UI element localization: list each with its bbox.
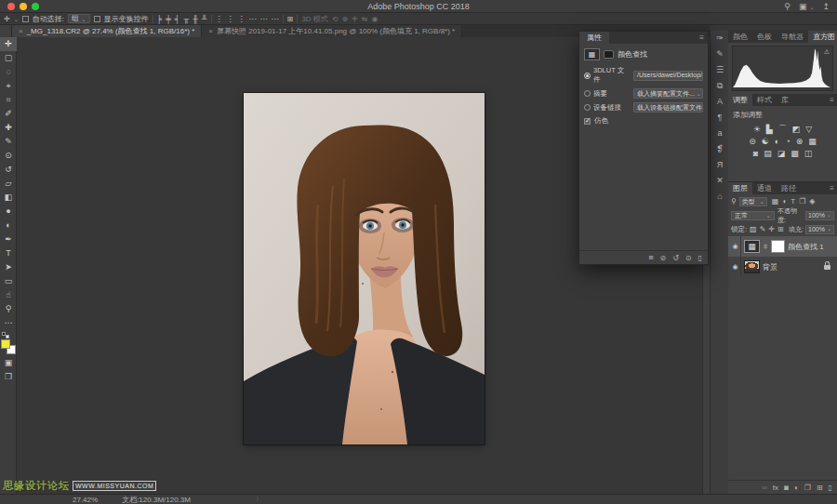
- layer-row-color-lookup[interactable]: ◉ ▦ ∞ 颜色查找 1: [728, 236, 837, 257]
- layer-name[interactable]: 颜色查找 1: [788, 242, 824, 252]
- tab-libraries[interactable]: 库: [777, 94, 793, 106]
- notes-icon[interactable]: ✕: [711, 173, 729, 189]
- 3d-slide-icon[interactable]: ⇆: [362, 15, 368, 23]
- cached-data-warning-icon[interactable]: ⚠: [824, 48, 830, 56]
- zoom-percentage-field[interactable]: 27.42%: [73, 496, 98, 504]
- lasso-tool[interactable]: ◌: [0, 65, 17, 79]
- layer-style-icon[interactable]: fx: [773, 484, 778, 492]
- move-tool[interactable]: ✛: [0, 37, 17, 51]
- adj-brightness-contrast-icon[interactable]: ☀: [753, 125, 761, 134]
- align-top-icon[interactable]: ╥: [184, 15, 190, 23]
- close-tab-icon[interactable]: ×: [208, 27, 213, 35]
- brushes-icon[interactable]: ✎: [711, 46, 729, 62]
- layer-visibility-icon[interactable]: ◉: [730, 257, 741, 277]
- quick-selection-tool[interactable]: ⌖: [0, 79, 17, 93]
- lock-artboard-icon[interactable]: ⊞: [777, 225, 784, 233]
- adj-gradient-map-icon[interactable]: ▩: [790, 149, 799, 158]
- layer-name[interactable]: 背景: [763, 262, 777, 272]
- paragraph-styles-icon[interactable]: ❡: [711, 141, 729, 157]
- 3d-pan-icon[interactable]: ✛: [352, 15, 358, 23]
- distribute-middle-icon[interactable]: ⋮: [227, 15, 234, 23]
- glyphs-panel-icon[interactable]: Я: [711, 157, 729, 173]
- pen-tool[interactable]: ✒: [0, 232, 17, 246]
- layer-visibility-icon[interactable]: ◉: [730, 236, 741, 257]
- adj-color-lookup-icon[interactable]: ▦: [808, 137, 817, 146]
- distribute-top-icon[interactable]: ⋮: [216, 15, 223, 23]
- new-group-icon[interactable]: ❐: [804, 484, 811, 492]
- filter-pixel-layers-icon[interactable]: ▦: [772, 197, 779, 206]
- dodge-tool[interactable]: ◐: [0, 219, 17, 232]
- align-right-icon[interactable]: ╡: [175, 15, 180, 23]
- close-tab-icon[interactable]: ×: [19, 27, 23, 35]
- delete-adjustment-icon[interactable]: ▯: [698, 254, 702, 262]
- color-lookup-layer-thumbnail[interactable]: ▦: [744, 240, 760, 253]
- quick-mask-button[interactable]: ▣: [0, 356, 17, 370]
- view-previous-state-icon[interactable]: ⊘: [659, 254, 666, 262]
- layer-filter-type-dropdown[interactable]: 类型⌄: [739, 197, 767, 206]
- tab-layers[interactable]: 图层: [728, 182, 752, 194]
- workspace-switcher-icon[interactable]: ▣: [799, 2, 807, 11]
- eraser-tool[interactable]: ▱: [0, 177, 17, 191]
- new-layer-icon[interactable]: ⊞: [817, 484, 823, 492]
- layer-mask-thumbnail[interactable]: [771, 240, 785, 253]
- paragraph-panel-icon[interactable]: ¶: [711, 110, 729, 126]
- show-transform-checkbox[interactable]: [94, 16, 100, 22]
- adj-photo-filter-icon[interactable]: ◔: [785, 137, 790, 146]
- foreground-color-swatch[interactable]: [1, 339, 10, 349]
- adj-hue-saturation-icon[interactable]: ⊜: [749, 137, 756, 146]
- tab-properties[interactable]: 属性: [579, 32, 609, 44]
- tab-overflow-stub[interactable]: [0, 25, 12, 37]
- lock-transparency-icon[interactable]: ▨: [750, 225, 757, 233]
- search-icon[interactable]: ⚲: [784, 2, 790, 11]
- distribute-left-icon[interactable]: ⋯: [249, 15, 257, 23]
- layer-row-background[interactable]: ◉ 背景: [728, 257, 837, 277]
- eyedropper-tool[interactable]: ✐: [0, 107, 17, 121]
- swap-colors-icon[interactable]: [6, 335, 9, 338]
- character-panel-icon[interactable]: A: [711, 94, 729, 110]
- opacity-value[interactable]: 100%⌄: [805, 211, 834, 220]
- radio-button[interactable]: [584, 73, 591, 79]
- share-icon[interactable]: ↥: [822, 2, 830, 11]
- current-tool-icon[interactable]: ✛: [4, 15, 10, 23]
- 3d-roll-icon[interactable]: ⊕: [341, 15, 348, 23]
- link-layers-icon[interactable]: ∞: [762, 484, 767, 492]
- dither-checkbox[interactable]: [584, 118, 591, 125]
- adj-black-white-icon[interactable]: ◐: [775, 137, 779, 146]
- tab-color[interactable]: 颜色: [728, 31, 752, 43]
- tab-styles[interactable]: 样式: [752, 94, 777, 106]
- tool-presets-icon[interactable]: ☰: [711, 62, 729, 78]
- path-selection-tool[interactable]: ➤: [0, 260, 17, 274]
- libraries-icon[interactable]: ⌂: [711, 189, 729, 205]
- lock-position-icon[interactable]: ✛: [768, 225, 775, 233]
- type-tool[interactable]: T: [0, 246, 17, 260]
- radio-button[interactable]: [584, 90, 591, 97]
- auto-select-dropdown[interactable]: 组⌄: [68, 14, 90, 23]
- tab-adjustments[interactable]: 调整: [728, 94, 752, 106]
- mask-thumbnail[interactable]: [604, 50, 614, 59]
- filter-smart-object-icon[interactable]: ◈: [809, 197, 815, 206]
- tab-histogram[interactable]: 直方图: [808, 31, 837, 43]
- background-layer-thumbnail[interactable]: [744, 260, 760, 273]
- clip-to-layer-icon[interactable]: ⧈: [648, 253, 653, 262]
- reset-adjustment-icon[interactable]: ↺: [672, 254, 679, 262]
- blur-tool[interactable]: ●: [0, 205, 17, 219]
- healing-brush-tool[interactable]: ✚: [0, 121, 17, 135]
- clone-source-icon[interactable]: ⧉: [711, 78, 729, 94]
- radio-button[interactable]: [584, 104, 591, 111]
- prop-row-dropdown[interactable]: 载入摘要配置文件...⌄: [633, 88, 703, 99]
- adj-curves-icon[interactable]: ⌒: [778, 123, 787, 135]
- distribute-spacing-icon[interactable]: ⊞: [287, 15, 294, 23]
- filter-adjustment-layers-icon[interactable]: ◐: [782, 197, 787, 206]
- align-bottom-icon[interactable]: ╨: [202, 15, 207, 23]
- tab-swatches[interactable]: 色板: [752, 31, 777, 43]
- adj-vibrance-icon[interactable]: ▽: [805, 125, 812, 134]
- prop-row-dropdown[interactable]: 载入设备链接配置文件...⌄: [633, 102, 703, 113]
- color-swatches[interactable]: [0, 332, 17, 356]
- adj-levels-icon[interactable]: ▙: [766, 125, 773, 134]
- tab-channels[interactable]: 通道: [752, 182, 777, 194]
- crop-tool[interactable]: ⌗: [0, 93, 17, 107]
- distribute-right-icon[interactable]: ⋯: [272, 15, 279, 23]
- marquee-tool[interactable]: ▢: [0, 51, 17, 65]
- zoom-tool[interactable]: ⚲: [0, 302, 17, 316]
- adj-exposure-icon[interactable]: ◩: [792, 125, 801, 134]
